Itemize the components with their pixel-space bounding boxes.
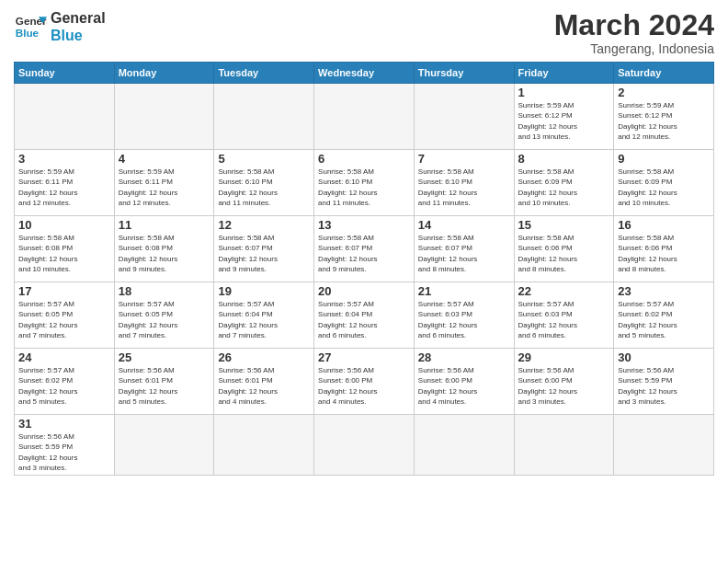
day-info: Sunrise: 5:57 AM Sunset: 6:04 PM Dayligh… bbox=[318, 299, 410, 340]
calendar-table: SundayMondayTuesdayWednesdayThursdayFrid… bbox=[14, 62, 714, 476]
calendar-cell: 19Sunrise: 5:57 AM Sunset: 6:04 PM Dayli… bbox=[214, 282, 314, 349]
calendar-week-3: 10Sunrise: 5:58 AM Sunset: 6:08 PM Dayli… bbox=[15, 216, 714, 282]
calendar-week-5: 24Sunrise: 5:57 AM Sunset: 6:02 PM Dayli… bbox=[15, 349, 714, 415]
day-number: 4 bbox=[119, 152, 210, 166]
calendar-cell bbox=[214, 415, 314, 476]
calendar-cell bbox=[15, 84, 115, 150]
day-info: Sunrise: 5:56 AM Sunset: 6:01 PM Dayligh… bbox=[119, 365, 210, 407]
calendar-header-row: SundayMondayTuesdayWednesdayThursdayFrid… bbox=[15, 63, 714, 84]
header-tuesday: Tuesday bbox=[214, 63, 314, 84]
calendar-cell: 26Sunrise: 5:56 AM Sunset: 6:01 PM Dayli… bbox=[214, 349, 314, 415]
calendar-cell: 27Sunrise: 5:56 AM Sunset: 6:00 PM Dayli… bbox=[314, 349, 415, 415]
calendar-cell: 28Sunrise: 5:56 AM Sunset: 6:00 PM Dayli… bbox=[414, 349, 514, 415]
day-number: 9 bbox=[618, 152, 710, 166]
header-friday: Friday bbox=[514, 63, 614, 84]
calendar-cell bbox=[414, 415, 514, 476]
day-number: 28 bbox=[418, 350, 510, 364]
calendar-cell: 5Sunrise: 5:58 AM Sunset: 6:10 PM Daylig… bbox=[214, 150, 314, 216]
day-number: 3 bbox=[18, 152, 110, 166]
day-number: 1 bbox=[518, 86, 610, 99]
header-wednesday: Wednesday bbox=[314, 63, 415, 84]
calendar-cell bbox=[614, 415, 714, 476]
calendar-cell bbox=[114, 415, 214, 476]
logo: General Blue General Blue bbox=[14, 9, 106, 44]
calendar-cell: 21Sunrise: 5:57 AM Sunset: 6:03 PM Dayli… bbox=[414, 282, 514, 349]
calendar-cell: 24Sunrise: 5:57 AM Sunset: 6:02 PM Dayli… bbox=[15, 349, 115, 415]
calendar-cell: 22Sunrise: 5:57 AM Sunset: 6:03 PM Dayli… bbox=[514, 282, 614, 349]
calendar-cell bbox=[314, 415, 415, 476]
day-info: Sunrise: 5:58 AM Sunset: 6:08 PM Dayligh… bbox=[119, 233, 210, 274]
day-info: Sunrise: 5:58 AM Sunset: 6:10 PM Dayligh… bbox=[318, 167, 410, 208]
logo-general: General bbox=[51, 9, 106, 27]
calendar-cell bbox=[514, 415, 614, 476]
day-number: 12 bbox=[218, 218, 310, 232]
day-number: 24 bbox=[18, 350, 110, 364]
header-saturday: Saturday bbox=[614, 63, 714, 84]
calendar-cell bbox=[314, 84, 415, 150]
header: General Blue General Blue March 2024 Tan… bbox=[14, 9, 714, 56]
day-info: Sunrise: 5:56 AM Sunset: 6:00 PM Dayligh… bbox=[318, 365, 410, 407]
calendar-cell: 4Sunrise: 5:59 AM Sunset: 6:11 PM Daylig… bbox=[114, 150, 214, 216]
day-number: 31 bbox=[18, 417, 110, 431]
title-block: March 2024 Tangerang, Indonesia bbox=[554, 9, 714, 56]
day-info: Sunrise: 5:59 AM Sunset: 6:12 PM Dayligh… bbox=[618, 100, 710, 142]
svg-text:Blue: Blue bbox=[16, 27, 40, 39]
calendar-week-6: 31Sunrise: 5:56 AM Sunset: 5:59 PM Dayli… bbox=[15, 415, 714, 476]
day-info: Sunrise: 5:56 AM Sunset: 6:00 PM Dayligh… bbox=[418, 365, 510, 407]
calendar-cell: 11Sunrise: 5:58 AM Sunset: 6:08 PM Dayli… bbox=[114, 216, 214, 282]
day-number: 26 bbox=[218, 350, 310, 364]
day-number: 17 bbox=[18, 284, 110, 298]
logo-blue: Blue bbox=[51, 27, 106, 44]
day-number: 5 bbox=[218, 152, 310, 166]
calendar-subtitle: Tangerang, Indonesia bbox=[554, 41, 714, 56]
day-number: 23 bbox=[618, 284, 710, 298]
calendar-cell: 25Sunrise: 5:56 AM Sunset: 6:01 PM Dayli… bbox=[114, 349, 214, 415]
day-info: Sunrise: 5:58 AM Sunset: 6:09 PM Dayligh… bbox=[518, 167, 610, 208]
calendar-cell: 13Sunrise: 5:58 AM Sunset: 6:07 PM Dayli… bbox=[314, 216, 415, 282]
calendar-title: March 2024 bbox=[554, 9, 714, 41]
day-number: 14 bbox=[418, 218, 510, 232]
logo-icon: General Blue bbox=[14, 10, 47, 43]
calendar-cell: 14Sunrise: 5:58 AM Sunset: 6:07 PM Dayli… bbox=[414, 216, 514, 282]
calendar-cell: 7Sunrise: 5:58 AM Sunset: 6:10 PM Daylig… bbox=[414, 150, 514, 216]
calendar-cell bbox=[114, 84, 214, 150]
day-number: 20 bbox=[318, 284, 410, 298]
day-info: Sunrise: 5:58 AM Sunset: 6:08 PM Dayligh… bbox=[18, 233, 110, 274]
day-info: Sunrise: 5:56 AM Sunset: 5:59 PM Dayligh… bbox=[18, 431, 110, 473]
day-number: 29 bbox=[518, 350, 610, 364]
calendar-cell: 17Sunrise: 5:57 AM Sunset: 6:05 PM Dayli… bbox=[15, 282, 115, 349]
calendar-week-2: 3Sunrise: 5:59 AM Sunset: 6:11 PM Daylig… bbox=[15, 150, 714, 216]
calendar-week-4: 17Sunrise: 5:57 AM Sunset: 6:05 PM Dayli… bbox=[15, 282, 714, 349]
day-info: Sunrise: 5:58 AM Sunset: 6:10 PM Dayligh… bbox=[418, 167, 510, 208]
header-monday: Monday bbox=[114, 63, 214, 84]
day-number: 18 bbox=[119, 284, 210, 298]
day-info: Sunrise: 5:58 AM Sunset: 6:06 PM Dayligh… bbox=[518, 233, 610, 274]
calendar-week-1: 1Sunrise: 5:59 AM Sunset: 6:12 PM Daylig… bbox=[15, 84, 714, 150]
calendar-cell: 8Sunrise: 5:58 AM Sunset: 6:09 PM Daylig… bbox=[514, 150, 614, 216]
day-info: Sunrise: 5:56 AM Sunset: 6:00 PM Dayligh… bbox=[518, 365, 610, 407]
day-info: Sunrise: 5:58 AM Sunset: 6:10 PM Dayligh… bbox=[218, 167, 310, 208]
day-number: 7 bbox=[418, 152, 510, 166]
day-info: Sunrise: 5:58 AM Sunset: 6:09 PM Dayligh… bbox=[618, 167, 710, 208]
day-number: 8 bbox=[518, 152, 610, 166]
calendar-cell: 16Sunrise: 5:58 AM Sunset: 6:06 PM Dayli… bbox=[614, 216, 714, 282]
day-number: 25 bbox=[119, 350, 210, 364]
day-info: Sunrise: 5:57 AM Sunset: 6:03 PM Dayligh… bbox=[518, 299, 610, 340]
day-info: Sunrise: 5:58 AM Sunset: 6:07 PM Dayligh… bbox=[418, 233, 510, 274]
calendar-cell: 18Sunrise: 5:57 AM Sunset: 6:05 PM Dayli… bbox=[114, 282, 214, 349]
day-info: Sunrise: 5:57 AM Sunset: 6:05 PM Dayligh… bbox=[119, 299, 210, 340]
calendar-cell: 6Sunrise: 5:58 AM Sunset: 6:10 PM Daylig… bbox=[314, 150, 415, 216]
day-info: Sunrise: 5:58 AM Sunset: 6:07 PM Dayligh… bbox=[218, 233, 310, 274]
day-number: 21 bbox=[418, 284, 510, 298]
calendar-cell: 29Sunrise: 5:56 AM Sunset: 6:00 PM Dayli… bbox=[514, 349, 614, 415]
calendar-cell: 10Sunrise: 5:58 AM Sunset: 6:08 PM Dayli… bbox=[15, 216, 115, 282]
calendar-cell: 20Sunrise: 5:57 AM Sunset: 6:04 PM Dayli… bbox=[314, 282, 415, 349]
day-info: Sunrise: 5:57 AM Sunset: 6:05 PM Dayligh… bbox=[18, 299, 110, 340]
day-number: 19 bbox=[218, 284, 310, 298]
day-info: Sunrise: 5:57 AM Sunset: 6:03 PM Dayligh… bbox=[418, 299, 510, 340]
day-number: 27 bbox=[318, 350, 410, 364]
calendar-cell: 9Sunrise: 5:58 AM Sunset: 6:09 PM Daylig… bbox=[614, 150, 714, 216]
calendar-cell: 3Sunrise: 5:59 AM Sunset: 6:11 PM Daylig… bbox=[15, 150, 115, 216]
day-info: Sunrise: 5:59 AM Sunset: 6:11 PM Dayligh… bbox=[119, 167, 210, 208]
day-number: 30 bbox=[618, 350, 710, 364]
